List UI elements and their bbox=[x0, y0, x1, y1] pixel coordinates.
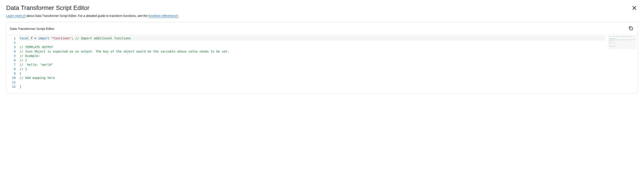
line-number: 9 bbox=[6, 71, 16, 76]
code-area[interactable]: local f = import "functions"; // Import … bbox=[20, 36, 638, 89]
line-number: 11 bbox=[6, 80, 16, 84]
line-number: 3 bbox=[6, 45, 16, 49]
page-title: Data Transformer Script Editor bbox=[6, 4, 89, 11]
svg-line-3 bbox=[176, 15, 178, 16]
svg-rect-4 bbox=[630, 27, 632, 30]
svg-line-2 bbox=[24, 15, 25, 16]
code-line[interactable]: // hello: "world" bbox=[20, 62, 607, 67]
code-line[interactable] bbox=[20, 80, 607, 84]
code-line[interactable]: // Add mapping here bbox=[20, 76, 607, 80]
line-number: 7 bbox=[6, 62, 16, 67]
line-number-gutter: 123456789101112 bbox=[6, 36, 20, 89]
code-line[interactable]: { bbox=[20, 71, 607, 76]
code-line[interactable]: // Example: bbox=[20, 54, 607, 58]
line-number: 10 bbox=[6, 76, 16, 80]
description-middle: about Data Transformer Script Editor. Fo… bbox=[26, 14, 148, 17]
description-text: Learn more about Data Transformer Script… bbox=[6, 14, 638, 17]
copy-icon bbox=[628, 26, 633, 31]
code-line[interactable]: local f = import "functions"; // Import … bbox=[20, 36, 605, 40]
functions-reference-link[interactable]: functions reference bbox=[148, 14, 178, 18]
code-line[interactable]: // { bbox=[20, 58, 607, 62]
line-number: 12 bbox=[6, 84, 16, 89]
external-link-icon bbox=[175, 14, 178, 17]
code-editor[interactable]: 123456789101112 local f = import "functi… bbox=[6, 35, 638, 93]
code-line[interactable]: // Json Object is expected as on output.… bbox=[20, 49, 607, 54]
line-number: 1 bbox=[6, 36, 16, 40]
close-button[interactable] bbox=[631, 4, 638, 12]
line-number: 2 bbox=[6, 40, 16, 45]
code-line[interactable] bbox=[20, 40, 607, 45]
code-line[interactable]: } bbox=[20, 84, 607, 89]
close-icon bbox=[632, 5, 637, 11]
editor-header: Data Transformer Script Editor bbox=[6, 22, 638, 35]
learn-more-link[interactable]: Learn more bbox=[6, 14, 26, 18]
external-link-icon bbox=[22, 14, 26, 17]
line-number: 4 bbox=[6, 49, 16, 54]
line-number: 6 bbox=[6, 58, 16, 62]
line-number: 8 bbox=[6, 67, 16, 71]
copy-button[interactable] bbox=[628, 25, 634, 32]
code-line[interactable]: // } bbox=[20, 67, 607, 71]
editor-panel-title: Data Transformer Script Editor bbox=[10, 27, 54, 30]
line-number: 5 bbox=[6, 54, 16, 58]
description-end: . bbox=[178, 14, 179, 17]
editor-panel: Data Transformer Script Editor 123456789… bbox=[6, 22, 638, 93]
code-line[interactable]: // TEMPLATE OUTPUT bbox=[20, 45, 607, 49]
